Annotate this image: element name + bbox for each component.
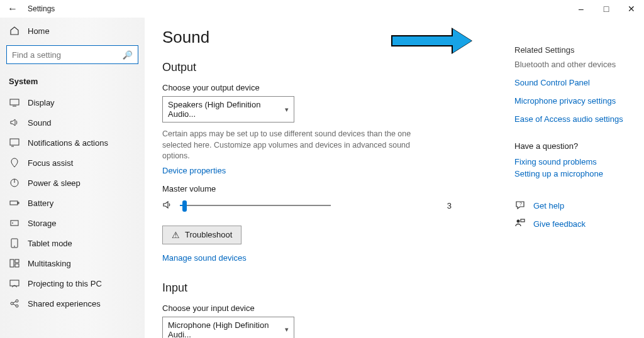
sidebar-item-notifications[interactable]: Notifications & actions bbox=[0, 133, 145, 153]
svg-rect-6 bbox=[18, 202, 19, 204]
window-title: Settings bbox=[25, 4, 55, 13]
svg-rect-12 bbox=[15, 259, 19, 263]
give-feedback-label: Give feedback bbox=[533, 219, 586, 229]
device-properties-link[interactable]: Device properties bbox=[162, 166, 458, 175]
nav-label: Display bbox=[28, 98, 55, 107]
svg-rect-11 bbox=[10, 259, 14, 267]
svg-rect-7 bbox=[11, 221, 18, 226]
storage-icon bbox=[9, 218, 20, 228]
input-choose-label: Choose your input device bbox=[162, 303, 458, 313]
nav-label: Shared experiences bbox=[28, 299, 101, 308]
svg-rect-2 bbox=[10, 139, 19, 145]
troubleshoot-button[interactable]: ⚠ Troubleshoot bbox=[162, 226, 242, 244]
svg-line-19 bbox=[13, 304, 16, 305]
search-input[interactable] bbox=[12, 50, 123, 60]
nav-label: Projecting to this PC bbox=[28, 279, 102, 288]
nav-label: Power & sleep bbox=[28, 178, 80, 188]
warning-icon: ⚠ bbox=[172, 230, 180, 240]
related-link-mic-privacy[interactable]: Microphone privacy settings bbox=[514, 96, 626, 106]
notifications-icon bbox=[9, 138, 20, 148]
back-button[interactable]: ← bbox=[0, 3, 25, 14]
sidebar-item-battery[interactable]: Battery bbox=[0, 193, 145, 213]
minimize-button[interactable]: – bbox=[569, 4, 594, 14]
sidebar-item-display[interactable]: Display bbox=[0, 92, 145, 112]
output-device-select[interactable]: Speakers (High Definition Audio... ▾ bbox=[162, 96, 294, 123]
input-heading: Input bbox=[162, 281, 458, 295]
sidebar-item-focus-assist[interactable]: Focus assist bbox=[0, 153, 145, 173]
give-feedback-link[interactable]: Give feedback bbox=[514, 218, 626, 230]
volume-slider[interactable] bbox=[180, 205, 331, 206]
chevron-down-icon: ▾ bbox=[285, 325, 289, 334]
sidebar-item-projecting[interactable]: Projecting to this PC bbox=[0, 273, 145, 293]
sidebar-item-multitasking[interactable]: Multitasking bbox=[0, 253, 145, 273]
help-icon: ? bbox=[514, 200, 526, 212]
arrow-annotation bbox=[391, 30, 479, 52]
svg-rect-5 bbox=[10, 201, 18, 205]
chevron-down-icon: ▾ bbox=[285, 106, 289, 114]
sound-icon bbox=[9, 117, 20, 128]
input-device-select[interactable]: Microphone (High Definition Audi... ▾ bbox=[162, 317, 294, 339]
svg-point-17 bbox=[16, 305, 18, 307]
svg-rect-22 bbox=[521, 219, 525, 222]
home-icon bbox=[9, 26, 20, 36]
related-heading: Related Settings bbox=[514, 45, 626, 55]
svg-point-16 bbox=[16, 300, 18, 302]
volume-slider-thumb[interactable] bbox=[182, 200, 187, 212]
search-input-wrap[interactable]: 🔍 bbox=[6, 45, 138, 64]
sidebar-item-power[interactable]: Power & sleep bbox=[0, 173, 145, 193]
tablet-icon bbox=[9, 238, 20, 248]
svg-point-15 bbox=[11, 302, 13, 305]
troubleshoot-label: Troubleshoot bbox=[185, 230, 232, 239]
volume-icon bbox=[162, 200, 172, 212]
nav-label: Tablet mode bbox=[28, 239, 72, 248]
volume-value: 3 bbox=[439, 201, 458, 210]
svg-point-8 bbox=[13, 223, 13, 224]
nav-label: Multitasking bbox=[28, 259, 71, 268]
home-label: Home bbox=[28, 26, 50, 36]
master-volume-label: Master volume bbox=[162, 184, 458, 194]
related-link-sound-control[interactable]: Sound Control Panel bbox=[514, 78, 626, 87]
search-icon: 🔍 bbox=[123, 50, 133, 60]
output-choose-label: Choose your output device bbox=[162, 83, 458, 92]
sidebar-item-sound[interactable]: Sound bbox=[0, 112, 145, 133]
projecting-icon bbox=[9, 278, 20, 288]
sidebar-section-label: System bbox=[0, 73, 145, 92]
shared-icon bbox=[9, 298, 20, 308]
svg-line-18 bbox=[13, 302, 16, 303]
feedback-icon bbox=[514, 218, 526, 230]
sidebar: Home 🔍 System Display Sound Notification… bbox=[0, 18, 145, 338]
sidebar-item-storage[interactable]: Storage bbox=[0, 213, 145, 233]
maximize-button[interactable]: □ bbox=[594, 4, 619, 14]
q-link-mic-setup[interactable]: Setting up a microphone bbox=[514, 169, 626, 178]
nav-label: Storage bbox=[28, 219, 57, 228]
nav-label: Notifications & actions bbox=[28, 138, 108, 148]
titlebar: ← Settings – □ ✕ bbox=[0, 0, 644, 18]
svg-rect-0 bbox=[10, 99, 19, 105]
q-link-fixing[interactable]: Fixing sound problems bbox=[514, 157, 626, 166]
svg-point-21 bbox=[517, 220, 520, 223]
get-help-link[interactable]: ? Get help bbox=[514, 200, 626, 212]
nav-label: Battery bbox=[28, 199, 53, 208]
nav-label: Sound bbox=[28, 118, 52, 128]
related-sub[interactable]: Bluetooth and other devices bbox=[514, 60, 626, 69]
display-icon bbox=[9, 97, 20, 107]
svg-rect-13 bbox=[15, 264, 19, 267]
focus-icon bbox=[9, 158, 20, 168]
svg-text:?: ? bbox=[519, 202, 522, 206]
question-heading: Have a question? bbox=[514, 141, 626, 151]
main-panel: Sound Output Choose your output device S… bbox=[145, 18, 644, 338]
manage-sound-link[interactable]: Manage sound devices bbox=[162, 253, 458, 263]
output-heading: Output bbox=[162, 61, 458, 74]
input-device-value: Microphone (High Definition Audi... bbox=[168, 320, 285, 339]
multitasking-icon bbox=[9, 258, 20, 268]
related-link-ease-access[interactable]: Ease of Access audio settings bbox=[514, 114, 626, 124]
close-button[interactable]: ✕ bbox=[619, 4, 644, 14]
nav-label: Focus assist bbox=[28, 158, 73, 168]
power-icon bbox=[9, 178, 20, 188]
get-help-label: Get help bbox=[533, 201, 564, 210]
output-device-value: Speakers (High Definition Audio... bbox=[168, 100, 285, 119]
sidebar-item-shared[interactable]: Shared experiences bbox=[0, 293, 145, 313]
battery-icon bbox=[9, 198, 20, 208]
sidebar-item-tablet[interactable]: Tablet mode bbox=[0, 233, 145, 253]
sidebar-home[interactable]: Home bbox=[0, 21, 145, 40]
